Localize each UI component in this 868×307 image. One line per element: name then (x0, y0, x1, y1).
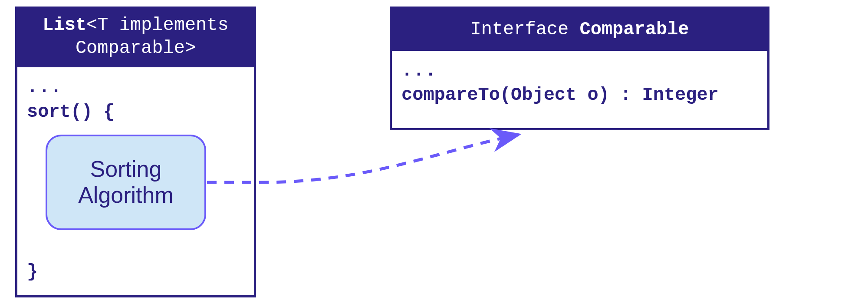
interface-keyword: Interface (470, 19, 569, 40)
interface-ellipsis: ... (401, 59, 758, 83)
list-class-header: List<T implements Comparable> (17, 9, 254, 67)
compareto-method: compareTo(Object o) : Integer (401, 83, 758, 108)
sorting-algorithm-label: Sorting Algorithm (78, 156, 174, 208)
comparable-interface-body: ... compareTo(Object o) : Integer (392, 51, 767, 116)
interface-name: Comparable (580, 19, 689, 40)
comparable-interface-box: Interface Comparable ... compareTo(Objec… (390, 7, 769, 130)
list-sort-method-open: sort() { (27, 100, 244, 125)
comparable-interface-header: Interface Comparable (392, 9, 767, 51)
list-generic-part1: <T implements (86, 15, 229, 36)
list-sort-method-close: } (27, 260, 38, 284)
list-generic-part2: Comparable> (76, 38, 196, 59)
sorting-algorithm-box: Sorting Algorithm (46, 135, 206, 230)
list-ellipsis: ... (27, 75, 244, 100)
list-class-name: List (43, 15, 86, 36)
